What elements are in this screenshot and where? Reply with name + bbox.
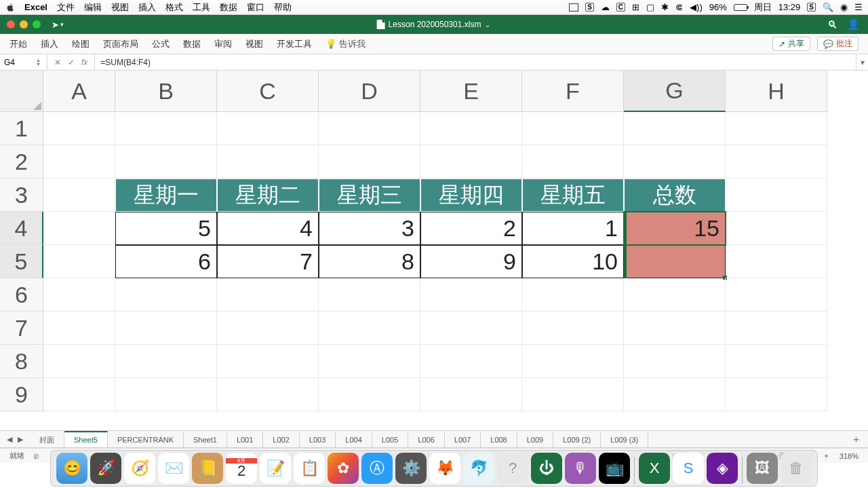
formula-expand-icon[interactable]: ▾: [856, 54, 868, 70]
sheet-tab-L009[interactable]: L009: [517, 431, 553, 447]
dock-firefox[interactable]: 🦊: [429, 453, 460, 484]
formula-input[interactable]: =SUM(B4:F4): [95, 58, 856, 67]
cell-H5[interactable]: [726, 245, 827, 278]
cell-C1[interactable]: [217, 112, 319, 145]
cell-C6[interactable]: [217, 278, 319, 312]
battery-percent[interactable]: 96%: [709, 2, 727, 12]
cell-E2[interactable]: [420, 145, 522, 179]
cell-G3[interactable]: 总数: [624, 179, 726, 212]
tab-insert[interactable]: 插入: [41, 38, 58, 50]
row-header-6[interactable]: 6: [0, 278, 43, 312]
cell-F2[interactable]: [522, 145, 624, 179]
cell-A7[interactable]: [43, 312, 115, 345]
cell-D7[interactable]: [319, 312, 420, 345]
dock-snagit[interactable]: S: [673, 453, 704, 484]
battery-icon[interactable]: [734, 4, 747, 11]
cell-F4[interactable]: 1: [522, 212, 624, 245]
tab-view[interactable]: 视图: [245, 38, 263, 50]
sheet-tab-L001[interactable]: L001: [227, 431, 263, 447]
cell-C3[interactable]: 星期二: [217, 179, 319, 212]
zoom-percent[interactable]: 318%: [840, 452, 859, 460]
share-button[interactable]: ↗共享: [772, 37, 810, 51]
menu-tools[interactable]: 工具: [193, 1, 210, 14]
cell-G2[interactable]: [624, 145, 726, 179]
cell-E4[interactable]: 2: [420, 212, 522, 245]
menu-help[interactable]: 帮助: [274, 1, 292, 14]
cell-F6[interactable]: [522, 278, 624, 312]
sheet-tab-L005[interactable]: L005: [372, 431, 408, 447]
tab-developer[interactable]: 开发工具: [277, 38, 312, 50]
cell-C9[interactable]: [217, 378, 319, 411]
volume-icon[interactable]: ◀)): [690, 2, 703, 12]
row-header-7[interactable]: 7: [0, 312, 43, 345]
spreadsheet-grid[interactable]: ABCDEFGH 123456789 星期一星期二星期三星期四星期五总数5432…: [0, 71, 868, 430]
tab-home[interactable]: 开始: [9, 38, 27, 50]
cell-C7[interactable]: [217, 312, 319, 345]
comment-button[interactable]: 💬批注: [817, 37, 859, 51]
tell-me[interactable]: 💡告诉我: [326, 38, 366, 50]
cell-D5[interactable]: 8: [319, 245, 420, 278]
cell-C4[interactable]: 4: [217, 212, 319, 245]
sheet-tab-L009-(2)[interactable]: L009 (2): [553, 431, 601, 447]
sheet-tab-L004[interactable]: L004: [336, 431, 372, 447]
cell-C8[interactable]: [217, 345, 319, 378]
cell-B4[interactable]: 5: [115, 212, 217, 245]
cell-G4[interactable]: 15: [624, 212, 726, 245]
dock-launchpad[interactable]: 🚀: [90, 453, 121, 484]
cell-G5[interactable]: [624, 245, 726, 278]
cell-H1[interactable]: [726, 112, 827, 145]
cell-E7[interactable]: [420, 312, 522, 345]
tab-review[interactable]: 审阅: [214, 38, 232, 50]
menu-view[interactable]: 视图: [111, 1, 129, 14]
cell-E5[interactable]: 9: [420, 245, 522, 278]
apple-icon[interactable]: [5, 3, 15, 12]
row-header-8[interactable]: 8: [0, 345, 43, 378]
cell-F7[interactable]: [522, 312, 624, 345]
dock-reminders[interactable]: 📋: [294, 453, 325, 484]
menu-format[interactable]: 格式: [165, 1, 183, 14]
row-header-4[interactable]: 4: [0, 212, 43, 245]
cell-H9[interactable]: [726, 378, 827, 411]
dock-safari[interactable]: 🧭: [124, 453, 155, 484]
window-close-button[interactable]: [7, 20, 15, 29]
cell-H4[interactable]: [726, 212, 827, 245]
menu-data[interactable]: 数据: [220, 1, 237, 14]
column-header-C[interactable]: C: [217, 71, 319, 112]
dock-finder[interactable]: 😊: [56, 453, 87, 484]
dock-trash[interactable]: 🗑: [781, 453, 812, 484]
cell-G9[interactable]: [624, 378, 726, 411]
cell-A5[interactable]: [43, 245, 115, 278]
grid-icon[interactable]: ⊞: [632, 2, 639, 12]
menu-window[interactable]: 窗口: [247, 1, 264, 14]
cell-H6[interactable]: [726, 278, 827, 312]
cell-G6[interactable]: [624, 278, 726, 312]
cell-A8[interactable]: [43, 345, 115, 378]
cursor-tool[interactable]: ➤▾: [52, 20, 64, 30]
column-header-G[interactable]: G: [624, 71, 726, 112]
sheet-tab-L002[interactable]: L002: [263, 431, 299, 447]
cell-F9[interactable]: [522, 378, 624, 411]
cell-A1[interactable]: [43, 112, 115, 145]
cell-B7[interactable]: [115, 312, 217, 345]
sheet-tab-L008[interactable]: L008: [481, 431, 517, 447]
sheet-next-icon[interactable]: ▶: [18, 435, 23, 444]
tab-formula[interactable]: 公式: [152, 38, 170, 50]
column-header-B[interactable]: B: [115, 71, 217, 112]
dock-excel[interactable]: X: [639, 453, 670, 484]
cell-H7[interactable]: [726, 312, 827, 345]
dock-tv[interactable]: 📺: [599, 453, 630, 484]
tab-data[interactable]: 数据: [183, 38, 201, 50]
spotlight-icon[interactable]: 🔍: [823, 2, 833, 12]
cell-H8[interactable]: [726, 345, 827, 378]
cell-B9[interactable]: [115, 378, 217, 411]
cell-A4[interactable]: [43, 212, 115, 245]
cells-area[interactable]: 星期一星期二星期三星期四星期五总数5432115678910: [43, 112, 827, 411]
cell-D9[interactable]: [319, 378, 420, 411]
column-header-F[interactable]: F: [522, 71, 624, 112]
cell-G1[interactable]: [624, 112, 726, 145]
sheet-tab-Sheet1[interactable]: Sheet1: [184, 431, 227, 447]
cell-D2[interactable]: [319, 145, 420, 179]
cell-B5[interactable]: 6: [115, 245, 217, 278]
sheet-tab-封面[interactable]: 封面: [30, 431, 64, 447]
dock-contacts[interactable]: 📒: [192, 453, 223, 484]
